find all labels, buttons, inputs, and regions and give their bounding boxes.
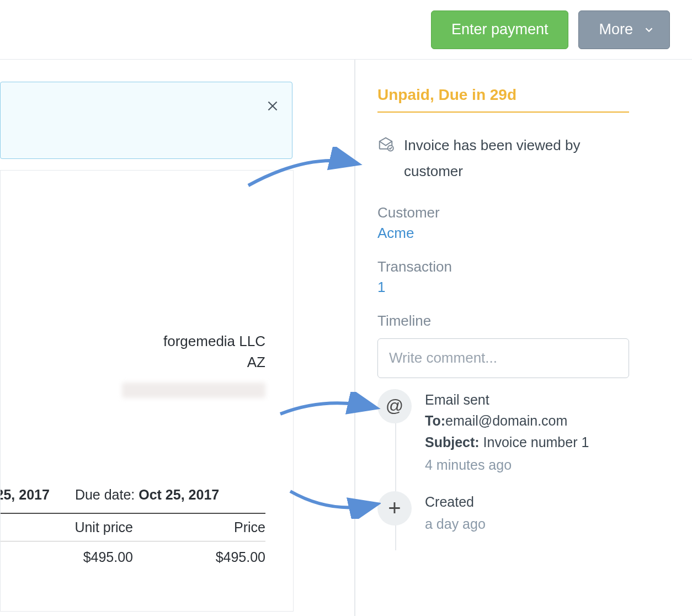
- close-icon[interactable]: [265, 99, 280, 113]
- timeline-label: Timeline: [377, 312, 666, 330]
- top-toolbar: Enter payment More: [0, 0, 692, 60]
- invoice-status: Unpaid, Due in 29d: [377, 86, 629, 113]
- from-location: AZ: [1, 352, 265, 373]
- row-price: $495.00: [155, 549, 265, 565]
- customer-link[interactable]: Acme: [377, 225, 414, 242]
- invoice-preview-pane: dia forgemedia LLC AZ te: Sep 25, 2017 D…: [0, 60, 354, 616]
- timeline-title: Created: [425, 491, 486, 513]
- date-value: Sep 25, 2017: [0, 487, 50, 502]
- from-name: forgemedia LLC: [1, 331, 265, 352]
- timeline-item: + Created a day ago: [377, 491, 666, 551]
- details-panel: Unpaid, Due in 29d Invoice has been view…: [354, 60, 692, 616]
- transaction-link[interactable]: 1: [377, 279, 385, 296]
- redacted-line: [122, 383, 265, 398]
- plus-icon: +: [377, 491, 412, 525]
- more-button[interactable]: More: [578, 10, 670, 49]
- line-items-header: Unit price Price: [0, 513, 265, 541]
- mail-viewed-icon: [377, 136, 394, 152]
- due-date-value: Oct 25, 2017: [139, 487, 219, 502]
- due-date-label: Due date:: [75, 487, 135, 502]
- viewed-text: Invoice has been viewed by customer: [404, 132, 620, 184]
- timeline-title: Email sent: [425, 389, 589, 411]
- subject-label: Subject:: [425, 434, 480, 450]
- subject-value: Invoice number 1: [483, 434, 589, 450]
- chevron-down-icon: [643, 24, 655, 36]
- timeline: @ Email sent To:email@domain.com Subject…: [377, 389, 666, 551]
- company-logo: dia: [0, 193, 265, 243]
- enter-payment-label: Enter payment: [451, 21, 549, 38]
- timeline-time: 4 minutes ago: [425, 454, 589, 476]
- col-price: Price: [155, 519, 265, 535]
- timeline-time: a day ago: [425, 513, 486, 535]
- col-unit-price: Unit price: [0, 519, 155, 535]
- timeline-item: @ Email sent To:email@domain.com Subject…: [377, 389, 666, 491]
- more-label: More: [599, 21, 633, 38]
- enter-payment-button[interactable]: Enter payment: [431, 10, 569, 49]
- at-icon: @: [377, 389, 412, 423]
- invoice-dates: te: Sep 25, 2017 Due date: Oct 25, 2017: [0, 487, 265, 503]
- to-value: email@domain.com: [445, 413, 567, 428]
- to-label: To:: [425, 413, 445, 428]
- transaction-label: Transaction: [377, 258, 666, 275]
- info-box: [0, 82, 292, 159]
- viewed-notice: Invoice has been viewed by customer: [377, 132, 620, 184]
- comment-input[interactable]: [377, 338, 629, 378]
- customer-label: Customer: [377, 204, 666, 221]
- line-item-row: $495.00 $495.00: [0, 541, 265, 573]
- from-block: forgemedia LLC AZ: [1, 331, 265, 404]
- invoice-card: dia forgemedia LLC AZ te: Sep 25, 2017 D…: [0, 170, 294, 612]
- row-unit-price: $495.00: [0, 549, 155, 565]
